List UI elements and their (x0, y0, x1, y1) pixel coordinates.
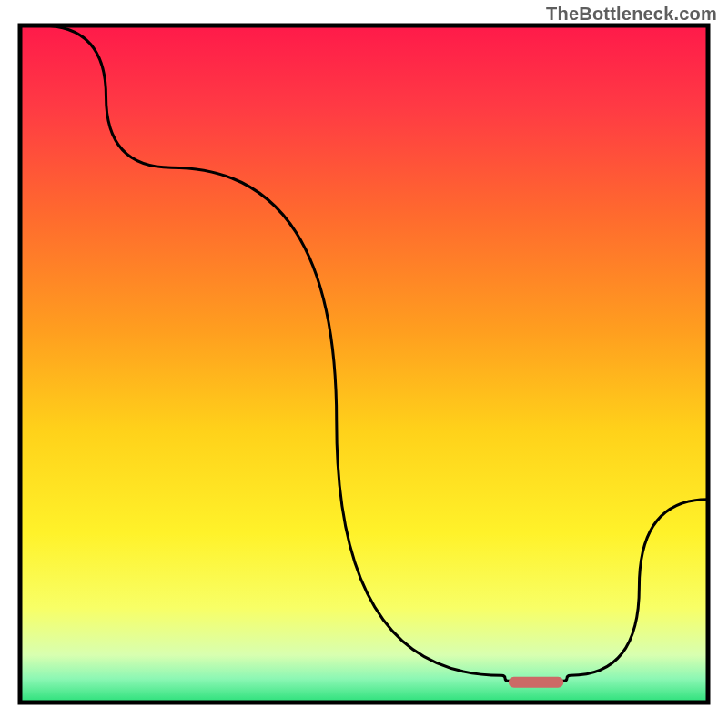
plot-background (20, 25, 708, 703)
watermark-text: TheBottleneck.com (546, 4, 717, 25)
chart-svg (0, 0, 728, 728)
optimal-range-marker (509, 677, 564, 688)
chart-container: { "watermark": "TheBottleneck.com", "cha… (0, 0, 728, 728)
